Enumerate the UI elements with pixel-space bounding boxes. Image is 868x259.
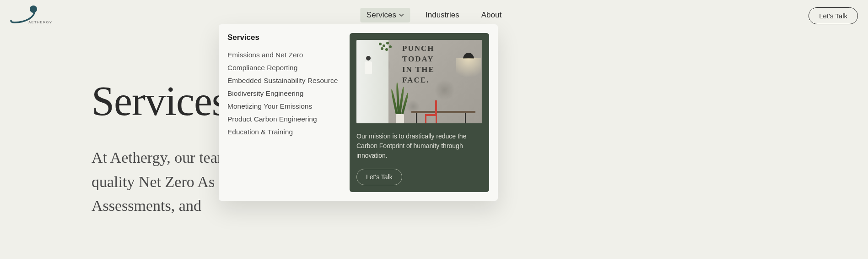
nav-item-industries[interactable]: Industries [419, 8, 466, 22]
nav-item-services[interactable]: Services [360, 8, 410, 22]
svg-text:AETHERGY: AETHERGY [28, 20, 52, 24]
brand-logo[interactable]: AETHERGY [9, 5, 59, 25]
primary-nav: Services Industries About [360, 8, 508, 22]
mega-menu-link-compliance[interactable]: Compliance Reporting [227, 61, 340, 74]
nav-label: About [481, 11, 501, 20]
mega-menu-heading: Services [227, 33, 340, 42]
hero-line: Assessments, and [92, 197, 201, 214]
nav-label: Services [367, 11, 396, 20]
mega-menu-link-education[interactable]: Education & Training [227, 126, 340, 138]
svg-point-0 [30, 6, 37, 13]
header-cta-button[interactable]: Let's Talk [809, 7, 858, 24]
promo-image-text: PUNCH TODAY IN THE FACE. [402, 44, 435, 86]
hero-line: At Aethergy, our team [92, 149, 229, 166]
logo-icon: AETHERGY [9, 5, 59, 25]
hero-line: quality Net Zero As [92, 173, 215, 190]
promo-cta-button[interactable]: Let's Talk [356, 169, 402, 185]
promo-image: PUNCH TODAY IN THE FACE. [356, 40, 482, 123]
mega-menu-link-monetizing[interactable]: Monetizing Your Emissions [227, 100, 340, 113]
chevron-down-icon [399, 13, 404, 17]
nav-label: Industries [426, 11, 459, 20]
mega-menu-promo-card: PUNCH TODAY IN THE FACE. [350, 33, 489, 192]
mega-menu-link-embedded[interactable]: Embedded Sustainability Resource [227, 74, 340, 87]
mega-menu-link-carbon[interactable]: Product Carbon Engineering [227, 113, 340, 126]
mega-menu-link-biodiversity[interactable]: Biodiversity Engineering [227, 87, 340, 100]
mega-menu-link-emissions[interactable]: Emissions and Net Zero [227, 49, 340, 61]
nav-item-about[interactable]: About [475, 8, 508, 22]
mega-menu-links-column: Services Emissions and Net Zero Complian… [227, 33, 340, 192]
promo-mission-text: Our mission is to drastically reduce the… [356, 132, 482, 160]
services-mega-menu: Services Emissions and Net Zero Complian… [219, 24, 498, 201]
